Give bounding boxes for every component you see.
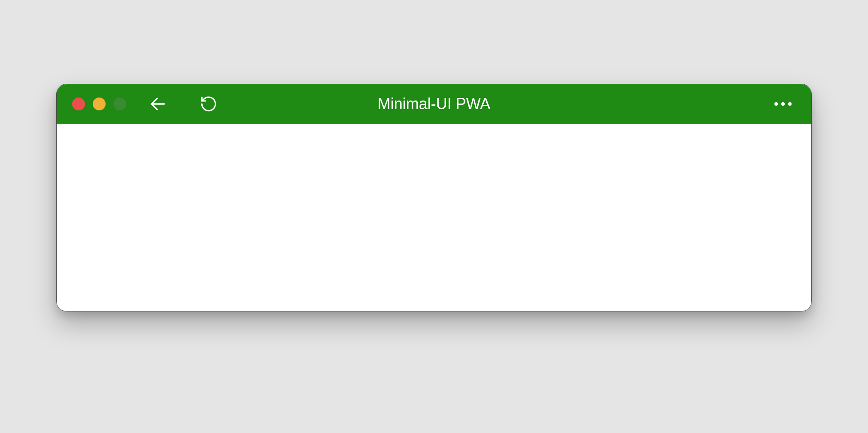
maximize-button[interactable] [113, 98, 126, 110]
app-window: Minimal-UI PWA [56, 84, 812, 311]
titlebar: Minimal-UI PWA [57, 84, 811, 124]
window-title: Minimal-UI PWA [378, 95, 491, 113]
close-button[interactable] [72, 98, 85, 110]
more-horizontal-icon [774, 102, 778, 106]
minimize-button[interactable] [93, 98, 106, 110]
traffic-lights [72, 98, 126, 110]
reload-button[interactable] [198, 94, 219, 114]
menu-button[interactable] [770, 98, 796, 110]
more-horizontal-icon [788, 102, 792, 106]
back-button[interactable] [148, 94, 168, 114]
nav-buttons [148, 94, 219, 114]
more-horizontal-icon [781, 102, 785, 106]
content-area [57, 124, 811, 311]
back-arrow-icon [149, 95, 167, 113]
reload-icon [200, 95, 218, 113]
